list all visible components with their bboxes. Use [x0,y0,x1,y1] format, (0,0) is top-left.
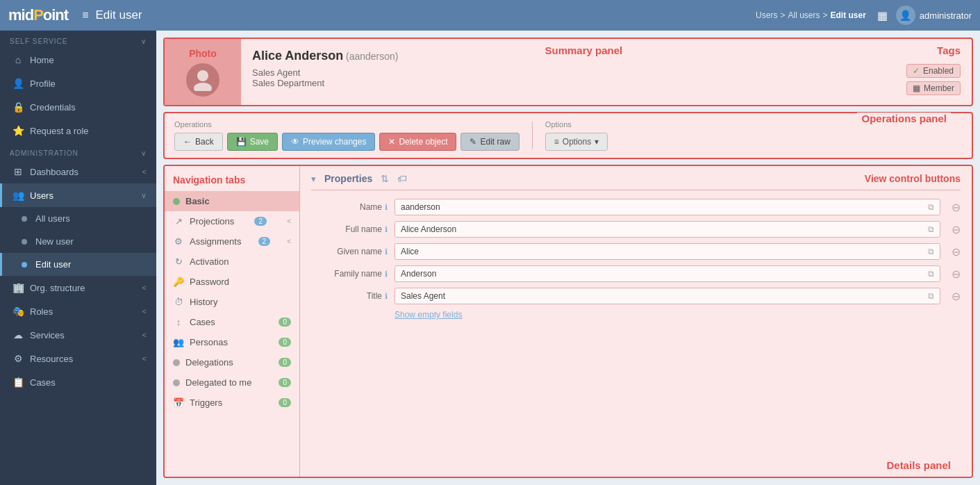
given-name-remove-icon[interactable]: ⊖ [952,245,961,258]
operations-section: Operations ← Back 💾 Save 👁 Preview cha [174,120,520,151]
properties-expand-icon[interactable]: ▾ [311,174,316,184]
family-name-copy-icon[interactable]: ⧉ [928,269,934,279]
breadcrumb-users[interactable]: Users [756,10,777,20]
given-name-info-icon[interactable]: ℹ [385,247,388,256]
delete-icon: ✕ [388,137,395,147]
bottom-section: Navigation tabs Basic ↗ Projections 2 < … [163,165,973,478]
sidebar-item-home[interactable]: ⌂ Home [0,48,156,72]
projections-badge: 2 [254,217,267,226]
breadcrumb-all-users[interactable]: All users [788,10,820,20]
avatar: 👤 [896,6,915,25]
app-logo: midPoint [8,6,68,24]
name-copy-icon[interactable]: ⧉ [928,202,934,212]
username-label: administrator [920,10,972,21]
self-service-chevron[interactable]: ∨ [141,38,147,45]
preview-changes-button[interactable]: 👁 Preview changes [282,133,375,151]
name-remove-icon[interactable]: ⊖ [952,201,961,214]
full-name-remove-icon[interactable]: ⊖ [952,223,961,236]
administration-label: ADMINISTRATION ∨ [0,142,156,160]
users-icon: 👥 [12,190,24,201]
title-remove-icon[interactable]: ⊖ [952,290,961,303]
sidebar-item-services[interactable]: ☁ Services < [0,323,156,347]
title-info-icon[interactable]: ℹ [385,292,388,301]
back-button[interactable]: ← Back [174,133,223,151]
org-structure-icon: 🏢 [12,282,24,293]
delegated-to-me-dot-icon [173,379,180,386]
given-name-copy-icon[interactable]: ⧉ [928,247,934,256]
full-name-copy-icon[interactable]: ⧉ [928,224,934,234]
assignments-chevron: < [287,238,291,245]
sidebar-item-cases[interactable]: 📋 Cases [0,370,156,394]
edit-raw-icon: ✎ [470,137,476,147]
family-name-input[interactable]: Anderson ⧉ [395,265,940,282]
sidebar-item-roles[interactable]: 🎭 Roles < [0,299,156,323]
sidebar-item-org-structure[interactable]: 🏢 Org. structure < [0,276,156,299]
sidebar-item-resources[interactable]: ⚙ Resources < [0,347,156,370]
full-name-info-icon[interactable]: ℹ [385,225,388,234]
sidebar-item-new-user[interactable]: New user [0,230,156,253]
tab-basic[interactable]: Basic [165,191,299,211]
name-info-icon[interactable]: ℹ [385,203,388,212]
tab-assignments[interactable]: ⚙ Assignments 2 < [165,231,299,252]
filter-icon[interactable]: ⇅ [381,173,389,184]
menu-icon[interactable]: ≡ [82,9,88,22]
tab-delegated-to-me-label: Delegated to me [185,377,251,388]
tag-member-label: Member [924,83,954,93]
edit-raw-button[interactable]: ✎ Edit raw [460,133,519,151]
save-button[interactable]: 💾 Save [227,133,278,151]
full-name-input[interactable]: Alice Anderson ⧉ [395,221,940,238]
tab-activation[interactable]: ↻ Activation [165,252,299,272]
summary-tags: Tags ✓ Enabled ▦ Member [895,39,972,105]
avatar [186,63,219,97]
delete-object-button[interactable]: ✕ Delete object [379,133,456,151]
field-family-name: Family name ℹ Anderson ⧉ ⊖ [311,265,961,282]
tab-delegations[interactable]: Delegations 0 [165,352,299,372]
tab-delegated-to-me[interactable]: Delegated to me 0 [165,372,299,393]
sidebar-item-all-users[interactable]: All users [0,207,156,230]
self-service-label: SELF SERVICE ∨ [0,31,156,48]
given-name-input[interactable]: Alice ⧉ [395,243,940,260]
tab-personas[interactable]: 👥 Personas 0 [165,332,299,352]
tab-triggers[interactable]: 📅 Triggers 0 [165,393,299,413]
family-name-info-icon[interactable]: ℹ [385,270,388,279]
roles-icon: 🎭 [12,306,24,317]
check-icon: ✓ [913,66,920,76]
tab-history[interactable]: ⏱ History [165,292,299,312]
family-name-remove-icon[interactable]: ⊖ [952,268,961,281]
sidebar-item-dashboards[interactable]: ⊞ Dashboards < [0,160,156,183]
title-label: Title ℹ [311,291,388,301]
field-given-name: Given name ℹ Alice ⧉ ⊖ [311,243,961,260]
admin-chevron[interactable]: ∨ [141,149,147,157]
sidebar-item-label: Credentials [30,102,76,113]
name-input[interactable]: aanderson ⧉ [395,199,940,215]
sidebar-item-credentials[interactable]: 🔒 Credentials [0,95,156,119]
tab-projections[interactable]: ↗ Projections 2 < [165,211,299,231]
sidebar-item-edit-user[interactable]: Edit user [0,253,156,276]
sidebar-item-request-role[interactable]: ⭐ Request a role [0,119,156,142]
sidebar-item-users[interactable]: 👥 Users ∨ [0,183,156,207]
main-layout: SELF SERVICE ∨ ⌂ Home 👤 Profile 🔒 Creden… [0,31,980,485]
tag-icon[interactable]: 🏷 [397,173,407,184]
details-panel-label: Details panel [886,459,951,471]
user-menu[interactable]: 👤 administrator [896,6,972,25]
nav-tabs-label: Navigation tabs [165,172,299,191]
notifications-icon[interactable]: ▦ [877,9,888,22]
sidebar: SELF SERVICE ∨ ⌂ Home 👤 Profile 🔒 Creden… [0,31,156,485]
options-label: Options [545,120,608,129]
breadcrumb: Users > All users > Edit user [756,10,866,20]
sidebar-item-profile[interactable]: 👤 Profile [0,72,156,95]
tab-cases[interactable]: ↕ Cases 0 [165,312,299,332]
show-empty-fields-link[interactable]: Show empty fields [395,310,961,320]
title-input[interactable]: Sales Agent ⧉ [395,288,940,304]
tab-cases-label: Cases [190,317,215,327]
tab-password[interactable]: 🔑 Password [165,272,299,292]
tab-projections-label: Projections [190,216,234,227]
request-role-icon: ⭐ [12,125,24,136]
user-role: Sales Agent [252,67,884,78]
options-button[interactable]: ≡ Options ▾ [545,133,608,151]
field-name: Name ℹ aanderson ⧉ ⊖ [311,199,961,215]
page-title: Edit user [95,8,756,22]
title-copy-icon[interactable]: ⧉ [928,291,934,301]
given-name-label: Given name ℹ [311,247,388,256]
full-name-label: Full name ℹ [311,224,388,234]
